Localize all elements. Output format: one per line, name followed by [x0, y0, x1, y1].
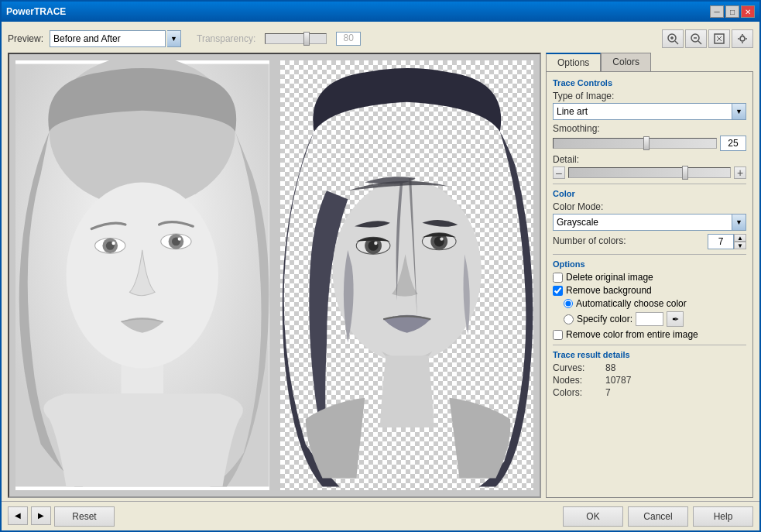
svg-line-1 [675, 41, 678, 44]
color-mode-dropdown-arrow[interactable]: ▼ [732, 214, 746, 231]
remove-background-row: Remove background [553, 285, 746, 296]
bottom-right: OK Cancel Help [563, 506, 753, 527]
nav-back-icon: ◀ [15, 511, 21, 520]
detail-row: Detail: – + [553, 154, 746, 179]
type-select-row: Line art Clipart High quality image ▼ [553, 103, 746, 120]
svg-point-31 [440, 237, 443, 240]
num-colors-up-button[interactable]: ▲ [734, 234, 746, 242]
trace-controls-header: Trace Controls [553, 78, 746, 88]
original-portrait-svg [15, 60, 269, 490]
minimize-button[interactable]: ─ [710, 5, 724, 18]
color-header: Color [553, 189, 746, 198]
bottom-bar: ◀ ▶ Reset OK Cancel Help [2, 501, 759, 530]
delete-original-checkbox[interactable] [553, 273, 563, 283]
detail-slider-row: – + [553, 166, 746, 179]
toolbar: Preview: Before and After Before After W… [8, 25, 753, 53]
preview-divider [273, 54, 277, 496]
bottom-left: ◀ ▶ Reset [8, 506, 115, 527]
trace-result-header: Trace result details [553, 350, 746, 359]
remove-color-row: Remove color from entire image [553, 329, 746, 340]
auto-choose-radio[interactable] [564, 299, 573, 308]
specify-color-label: Specify color: [577, 314, 632, 324]
svg-point-18 [111, 242, 115, 245]
nodes-value: 10787 [605, 375, 631, 386]
detail-label: Detail: [553, 154, 746, 165]
type-dropdown-arrow[interactable]: ▼ [732, 103, 746, 120]
detail-slider[interactable] [568, 167, 731, 178]
help-button[interactable]: Help [693, 506, 753, 527]
color-mode-select-row: Grayscale RGB CMYK ▼ [553, 214, 746, 231]
maximize-button[interactable]: □ [725, 5, 739, 18]
remove-background-checkbox[interactable] [553, 286, 563, 296]
svg-point-22 [178, 237, 181, 240]
traced-portrait-svg [280, 60, 534, 490]
close-button[interactable]: ✕ [741, 5, 755, 18]
zoom-out-icon [689, 32, 703, 46]
nav-back-button[interactable]: ◀ [8, 506, 28, 525]
options-content: Trace Controls Type of Image: Line art C… [546, 71, 753, 498]
pan-button[interactable] [732, 29, 753, 48]
main-area: Options Colors Trace Controls Type of Im… [8, 53, 753, 501]
chevron-down-icon: ▼ [735, 218, 742, 226]
remove-color-checkbox[interactable] [553, 330, 563, 340]
remove-background-label: Remove background [566, 285, 652, 296]
nodes-row: Nodes: 10787 [553, 375, 746, 386]
zoom-buttons [662, 29, 753, 48]
pan-icon [735, 32, 749, 46]
preview-original [15, 60, 269, 490]
svg-line-5 [698, 41, 701, 44]
nav-forward-button[interactable]: ▶ [31, 506, 51, 525]
transparency-value: 80 [336, 32, 361, 46]
preview-traced [280, 60, 534, 490]
preview-label: Preview: [8, 33, 43, 44]
num-colors-arrows: ▲ ▼ [734, 234, 746, 249]
specify-color-radio[interactable] [564, 314, 574, 324]
preview-select[interactable]: Before and After Before After Wireframe [50, 30, 166, 47]
transparency-slider[interactable] [265, 33, 327, 44]
tab-colors[interactable]: Colors [601, 53, 651, 71]
options-panel: Options Colors Trace Controls Type of Im… [546, 53, 753, 498]
specify-color-swatch[interactable] [636, 312, 663, 326]
num-colors-down-button[interactable]: ▼ [734, 242, 746, 249]
smoothing-slider[interactable] [553, 138, 717, 149]
detail-minus-button[interactable]: – [553, 166, 565, 179]
smoothing-row: Smoothing: 25 [553, 123, 746, 151]
curves-value: 88 [605, 362, 615, 373]
color-mode-select[interactable]: Grayscale RGB CMYK [553, 214, 732, 231]
cancel-button[interactable]: Cancel [628, 506, 688, 527]
title-bar-buttons: ─ □ ✕ [710, 5, 755, 18]
eyedropper-icon: ✒ [672, 314, 679, 324]
color-mode-label: Color Mode: [553, 201, 746, 212]
preview-dropdown-arrow[interactable]: ▼ [167, 30, 181, 47]
color-mode-row: Color Mode: Grayscale RGB CMYK ▼ [553, 201, 746, 231]
num-colors-value[interactable]: 7 [708, 234, 734, 249]
reset-button[interactable]: Reset [54, 506, 115, 527]
colors-result-row: Colors: 7 [553, 387, 746, 398]
num-colors-spinner: 7 ▲ ▼ [708, 234, 746, 249]
curves-label: Curves: [553, 362, 599, 373]
eyedropper-button[interactable]: ✒ [667, 311, 684, 327]
zoom-fit-icon [712, 32, 726, 46]
detail-plus-button[interactable]: + [734, 166, 746, 179]
zoom-out-button[interactable] [685, 29, 707, 48]
preview-dropdown: Before and After Before After Wireframe … [50, 30, 181, 47]
tab-options[interactable]: Options [546, 53, 601, 71]
nav-forward-icon: ▶ [38, 511, 44, 520]
divider-2 [553, 254, 746, 255]
remove-color-label: Remove color from entire image [566, 329, 698, 340]
powertrace-window: PowerTRACE ─ □ ✕ Preview: Before and Aft… [0, 0, 761, 532]
divider-3 [553, 345, 746, 345]
chevron-down-icon: ▼ [170, 35, 177, 43]
nodes-label: Nodes: [553, 375, 599, 386]
ok-button[interactable]: OK [563, 506, 623, 527]
chevron-down-icon: ▼ [735, 108, 742, 115]
title-bar: PowerTRACE ─ □ ✕ [2, 2, 759, 22]
curves-row: Curves: 88 [553, 362, 746, 373]
smoothing-value: 25 [720, 136, 746, 151]
zoom-in-button[interactable] [662, 29, 684, 48]
type-of-image-select[interactable]: Line art Clipart High quality image [553, 103, 732, 120]
zoom-in-icon [666, 32, 680, 46]
zoom-fit-button[interactable] [708, 29, 730, 48]
preview-panel [8, 53, 541, 498]
specify-color-row: Specify color: ✒ [553, 311, 746, 327]
